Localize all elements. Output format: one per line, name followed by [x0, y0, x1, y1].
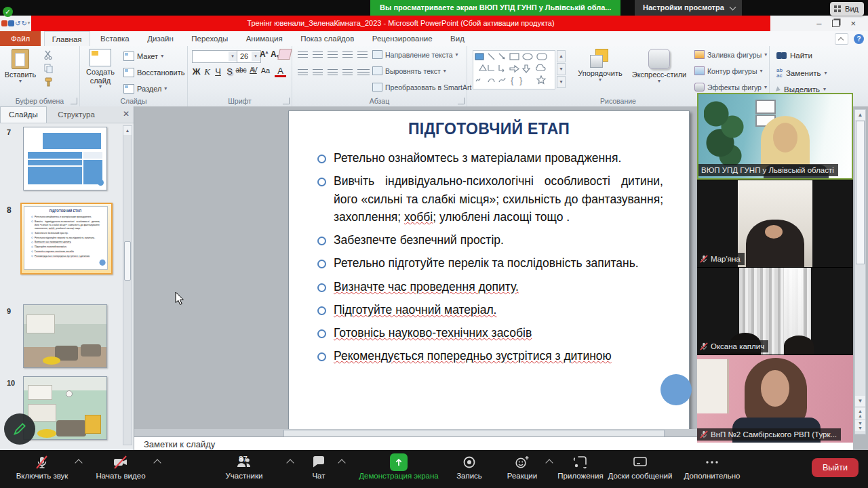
scrollbar-thumb[interactable] [856, 121, 865, 264]
italic-button[interactable]: К [201, 66, 213, 77]
smartart-button[interactable]: Преобразовать в SmartArt▾ [372, 83, 477, 92]
align-text-button[interactable]: Выровнять текст▾ [372, 66, 446, 75]
slide-thumbnail-7[interactable] [23, 127, 107, 190]
participants-options-chevron[interactable] [286, 459, 294, 466]
decrease-indent-icon[interactable] [328, 52, 338, 60]
font-size-combo[interactable]: 26▾ [237, 50, 261, 63]
chat-button[interactable]: Чат [302, 453, 335, 480]
whiteboards-button[interactable]: Доски сообщений [608, 453, 673, 480]
shape-fill-button[interactable]: Заливка фигуры▾ [694, 50, 767, 59]
font-color-button[interactable]: A [275, 66, 286, 77]
shapes-more-icon[interactable]: ▼ [557, 76, 566, 88]
minimize-button[interactable]: – [816, 18, 821, 28]
bold-button[interactable]: Ж [191, 66, 202, 77]
text-direction-button[interactable]: Направление текста▾ [372, 50, 458, 59]
columns-icon[interactable] [357, 69, 370, 77]
previous-slide-icon[interactable]: ▲▲ [855, 408, 865, 419]
zoom-view-button[interactable]: Вид [830, 2, 864, 16]
mute-button[interactable]: Включить звук [9, 453, 75, 480]
close-panel-icon[interactable]: ✕ [123, 109, 130, 119]
tab-home[interactable]: Главная [44, 31, 90, 47]
mute-options-chevron[interactable] [75, 459, 82, 466]
shapes-gallery[interactable]: { } [473, 50, 555, 89]
align-center-icon[interactable] [313, 69, 323, 77]
copy-icon[interactable] [43, 64, 54, 73]
tab-outline[interactable]: Структура [50, 107, 103, 123]
arrange-button[interactable]: Упорядочить ▾ [574, 49, 626, 82]
font-dialog-launcher[interactable] [283, 98, 290, 104]
clear-formatting-icon[interactable] [277, 49, 292, 60]
tab-animations[interactable]: Анимация [239, 31, 290, 46]
view-settings-button[interactable]: Настройки просмотра [635, 0, 742, 16]
scroll-down-icon[interactable]: ▼ [855, 396, 865, 406]
bullets-icon[interactable] [298, 52, 308, 60]
tab-review[interactable]: Рецензирование [365, 31, 440, 46]
align-right-icon[interactable] [328, 69, 338, 77]
qat-customize-icon[interactable]: ▾ [28, 20, 31, 26]
numbering-icon[interactable] [313, 52, 323, 60]
shape-effects-button[interactable]: Эффекты фигур▾ [694, 83, 767, 92]
line-spacing-icon[interactable] [357, 52, 368, 60]
record-button[interactable]: Запись [450, 453, 488, 480]
tab-design[interactable]: Дизайн [140, 31, 181, 46]
tab-transitions[interactable]: Переходы [184, 31, 235, 46]
character-spacing-button[interactable]: AV [248, 66, 259, 74]
clipboard-dialog-launcher[interactable] [71, 98, 77, 104]
current-slide[interactable]: ПІДГОТОВЧИЙ ЕТАП Ретельно ознайомтесь з … [288, 110, 690, 432]
undo-icon[interactable]: ↺ [15, 20, 20, 26]
align-left-icon[interactable] [298, 69, 308, 77]
apps-button[interactable]: Приложения [555, 453, 606, 480]
font-name-combo[interactable]: ▾ [192, 50, 238, 63]
help-icon[interactable]: ? [854, 34, 864, 44]
strikethrough-button[interactable]: abc [235, 66, 247, 74]
increase-indent-icon[interactable] [342, 52, 353, 60]
reset-button[interactable]: Восстановить [123, 68, 184, 77]
new-slide-button[interactable]: Создать слайд ▾ [81, 49, 119, 89]
start-video-button[interactable]: Начать видео [90, 453, 152, 480]
replace-button[interactable]: abacЗаменить▾ [776, 68, 827, 79]
find-button[interactable]: Найти [776, 52, 812, 60]
scrollbar-thumb[interactable] [124, 241, 131, 281]
reactions-options-chevron[interactable] [545, 459, 553, 466]
video-participant-3[interactable]: Оксана каплич [697, 268, 853, 354]
tab-insert[interactable]: Вставка [93, 31, 137, 46]
shapes-scroll-down-icon[interactable]: ▼ [557, 63, 566, 75]
underline-button[interactable]: Ч [212, 66, 224, 77]
video-participant-2[interactable]: Мар'яна [697, 180, 853, 267]
participants-button[interactable]: 87 Участники [216, 453, 273, 480]
video-options-chevron[interactable] [153, 459, 161, 466]
next-slide-icon[interactable]: ▼▼ [855, 420, 865, 431]
tab-slideshow[interactable]: Показ слайдов [293, 31, 361, 46]
scroll-up-icon[interactable]: ▲ [123, 126, 132, 135]
change-case-button[interactable]: Aa [260, 66, 271, 75]
scroll-up-icon[interactable]: ▲ [855, 110, 865, 120]
slide-thumbnail-8-selected[interactable]: ПІДГОТОВЧИЙ ЕТАП Ретельно ознайомтесь з … [20, 203, 113, 274]
tab-view[interactable]: Вид [443, 31, 472, 46]
leave-button[interactable]: Выйти [812, 458, 859, 477]
slide-thumbnail-10[interactable] [23, 376, 107, 440]
tab-slides-thumbnails[interactable]: Слайды [0, 106, 47, 123]
text-shadow-button[interactable]: S [224, 66, 235, 77]
redo-icon[interactable]: ↻ [21, 20, 26, 26]
shape-outline-button[interactable]: Контур фигуры▾ [694, 66, 762, 75]
paragraph-dialog-launcher[interactable] [458, 98, 465, 104]
grow-font-button[interactable]: A [260, 49, 268, 59]
slide-thumbnail-9[interactable] [23, 304, 107, 368]
chat-options-chevron[interactable] [338, 459, 345, 466]
annotate-button[interactable] [4, 413, 35, 445]
shapes-scroll-up-icon[interactable]: ▲ [557, 50, 566, 62]
quick-styles-button[interactable]: Экспресс-стили ▾ [630, 49, 688, 83]
tab-file[interactable]: Файл [0, 31, 41, 46]
collapse-ribbon-icon[interactable] [835, 33, 848, 45]
cut-icon[interactable] [43, 50, 54, 60]
format-painter-icon[interactable] [43, 77, 54, 87]
more-button[interactable]: Дополнительно [681, 453, 743, 480]
video-participant-4[interactable]: ВнП №2 Самбірського РВП (Турк... [697, 355, 853, 443]
reactions-button[interactable]: Реакции [502, 453, 542, 480]
close-button[interactable]: × [850, 18, 856, 28]
save-icon[interactable] [8, 20, 14, 26]
share-screen-button[interactable]: Демонстрация экрана [351, 453, 446, 480]
thumbnails-scrollbar[interactable]: ▲ [123, 125, 132, 445]
justify-icon[interactable] [342, 69, 353, 77]
video-participant-1[interactable]: ВЮП УПД ГУНП у Львівській області [697, 93, 853, 180]
